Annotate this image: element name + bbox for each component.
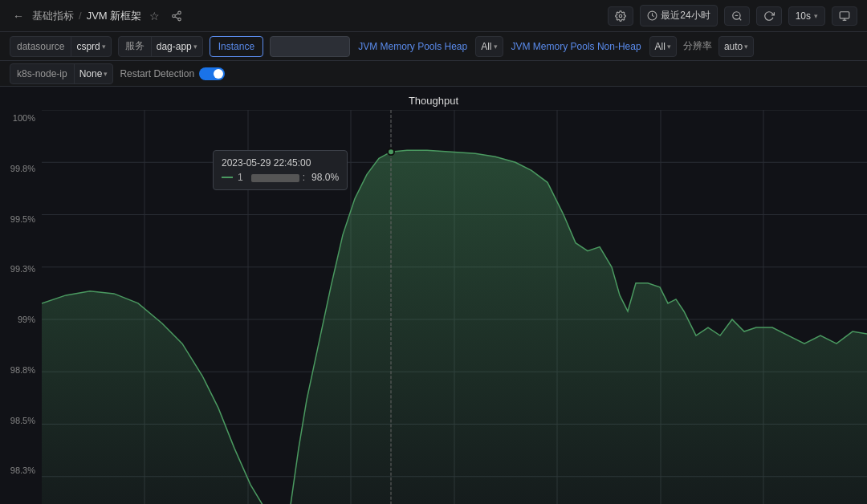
- monitor-button[interactable]: [832, 6, 857, 26]
- filter-bar-row2: k8s-node-ip None ▾ Restart Detection: [0, 61, 867, 87]
- svg-line-3: [175, 16, 178, 18]
- svg-line-4: [175, 13, 178, 14]
- settings-button[interactable]: [608, 6, 633, 26]
- chart-svg-area: [42, 110, 867, 504]
- zoom-out-button[interactable]: [724, 6, 750, 26]
- k8s-value[interactable]: None ▾: [75, 68, 113, 79]
- chart-inner: 100% 99.8% 99.5% 99.3% 99% 98.8% 98.5% 9…: [0, 110, 867, 504]
- tooltip-colon: :: [248, 172, 305, 183]
- heap-all-dropdown[interactable]: All ▾: [475, 36, 503, 57]
- chart-container: Thoughput 100% 99.8% 99.5% 99.3% 99% 98.…: [0, 87, 867, 504]
- interval-label: 10s: [796, 10, 811, 22]
- y-axis: 100% 99.8% 99.5% 99.3% 99% 98.8% 98.5% 9…: [0, 110, 42, 504]
- tooltip-time: 2023-05-29 22:45:00: [222, 157, 339, 169]
- svg-point-2: [178, 18, 181, 21]
- datasource-filter[interactable]: datasource csprd ▾: [10, 36, 112, 57]
- refresh-button[interactable]: [756, 6, 782, 26]
- tooltip-legend-line: [222, 177, 233, 178]
- instance-search-input[interactable]: [270, 36, 350, 57]
- service-label: 服务: [119, 37, 152, 56]
- time-range-label: 最近24小时: [661, 9, 710, 22]
- restart-detection-item: Restart Detection: [120, 67, 225, 80]
- svg-rect-10: [840, 11, 849, 18]
- y-label-0: 100%: [0, 113, 42, 123]
- filter-bar-row1: datasource csprd ▾ 服务 dag-app ▾ Instance…: [0, 32, 867, 61]
- y-label-2: 99.5%: [0, 214, 42, 224]
- service-value[interactable]: dag-app ▾: [152, 41, 202, 52]
- non-heap-all-dropdown[interactable]: All ▾: [649, 36, 677, 57]
- tooltip-row: 1 : 98.0%: [222, 172, 339, 183]
- tooltip-series-name: 1: [238, 172, 243, 183]
- y-label-1: 99.8%: [0, 164, 42, 173]
- chevron-down-icon: ▾: [744, 43, 748, 51]
- top-bar-right: 最近24小时 10s ▾: [608, 5, 857, 26]
- chevron-down-icon: ▾: [667, 43, 671, 51]
- chevron-down-icon: ▾: [102, 43, 106, 51]
- svg-point-0: [178, 11, 181, 14]
- datasource-label: datasource: [10, 37, 71, 56]
- chevron-down-icon: ▾: [193, 43, 197, 51]
- time-range-button[interactable]: 最近24小时: [640, 5, 717, 26]
- y-label-3: 99.3%: [0, 264, 42, 274]
- non-heap-all-label: All: [655, 41, 666, 52]
- top-bar-left: ← 基础指标 / JVM 新框架 ☆: [10, 8, 603, 24]
- instance-button[interactable]: Instance: [210, 36, 263, 57]
- back-button[interactable]: ←: [10, 8, 27, 24]
- k8s-filter[interactable]: k8s-node-ip None ▾: [10, 63, 113, 84]
- y-label-5: 98.8%: [0, 365, 42, 375]
- y-label-7: 98.3%: [0, 465, 42, 475]
- svg-point-5: [620, 14, 623, 18]
- resolution-label: 分辨率: [683, 39, 712, 53]
- chevron-down-icon: ▾: [104, 70, 108, 78]
- share-button[interactable]: [168, 9, 185, 23]
- tooltip-dot: [388, 148, 394, 155]
- chevron-down-icon: ▾: [814, 12, 818, 20]
- chart-title: Thoughput: [0, 87, 867, 110]
- interval-selector[interactable]: 10s ▾: [788, 6, 825, 26]
- y-label-6: 98.5%: [0, 416, 42, 425]
- top-bar: ← 基础指标 / JVM 新框架 ☆ 最近24小时: [0, 0, 867, 32]
- heap-all-label: All: [481, 41, 491, 52]
- chevron-down-icon: ▾: [494, 43, 498, 51]
- datasource-value[interactable]: csprd ▾: [71, 41, 110, 52]
- resolution-dropdown[interactable]: auto ▾: [718, 36, 754, 57]
- resolution-value: auto: [724, 41, 743, 52]
- toggle-knob: [214, 69, 223, 79]
- non-heap-button[interactable]: JVM Memory Pools Non-Heap: [510, 41, 643, 52]
- tooltip-value: 98.0%: [311, 172, 339, 183]
- breadcrumb-separator: /: [79, 10, 82, 22]
- svg-point-1: [173, 14, 176, 18]
- k8s-label: k8s-node-ip: [10, 64, 75, 83]
- breadcrumb-home[interactable]: 基础指标: [32, 9, 74, 23]
- y-label-4: 99%: [0, 315, 42, 324]
- breadcrumb-current: JVM 新框架: [87, 9, 142, 23]
- service-filter[interactable]: 服务 dag-app ▾: [118, 36, 203, 57]
- restart-label: Restart Detection: [120, 68, 194, 79]
- star-button[interactable]: ☆: [146, 8, 163, 24]
- chart-tooltip: 2023-05-29 22:45:00 1 : 98.0%: [213, 150, 348, 190]
- svg-line-8: [739, 18, 741, 20]
- chart-svg: [42, 110, 867, 504]
- restart-detection-toggle[interactable]: [199, 67, 225, 80]
- breadcrumb: 基础指标 / JVM 新框架: [32, 9, 141, 23]
- heap-button[interactable]: JVM Memory Pools Heap: [356, 41, 469, 52]
